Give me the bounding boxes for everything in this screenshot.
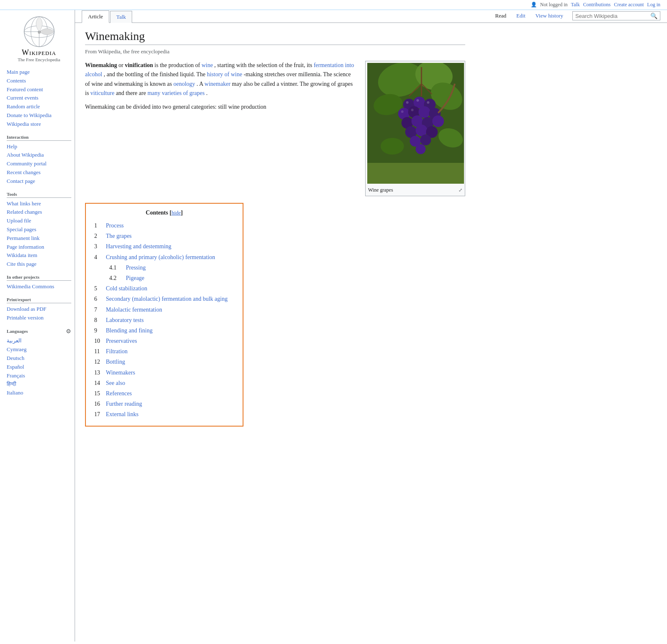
sidebar-lang-francais[interactable]: Français xyxy=(7,372,71,380)
wikipedia-globe-icon: Ω xyxy=(23,15,56,48)
tab-article[interactable]: Article xyxy=(82,10,109,23)
sidebar-item-contact[interactable]: Contact page xyxy=(7,177,71,186)
sidebar-item-page-info[interactable]: Page information xyxy=(7,243,71,252)
toc-link[interactable]: 4.1Pressing xyxy=(109,265,145,271)
svg-point-19 xyxy=(419,106,430,118)
toc-link[interactable]: 5Cold stabilization xyxy=(94,285,147,292)
toc-link[interactable]: 1Process xyxy=(94,222,124,229)
varieties-link[interactable]: many varieties of grapes xyxy=(148,90,205,96)
toc-link[interactable]: 12Bottling xyxy=(94,359,125,365)
languages-gear-icon[interactable]: ⚙ xyxy=(66,328,71,335)
viticulture-link[interactable]: viticulture xyxy=(90,90,115,96)
sidebar-lang-hindi[interactable]: हिन्दी xyxy=(7,380,71,389)
sidebar-item-pdf[interactable]: Download as PDF xyxy=(7,305,71,314)
oenology-link[interactable]: oenology xyxy=(173,81,195,87)
toc-item: 4Crushing and primary (alcoholic) fermen… xyxy=(94,252,234,262)
wine-grapes-image xyxy=(367,63,464,184)
winemaker-link[interactable]: winemaker xyxy=(205,81,231,87)
sidebar-item-what-links[interactable]: What links here xyxy=(7,200,71,208)
svg-point-29 xyxy=(420,135,431,145)
toc-link[interactable]: 3Harvesting and destemming xyxy=(94,243,171,250)
article-body: Winemaking or vinification is the produc… xyxy=(85,61,465,196)
tab-talk[interactable]: Talk xyxy=(110,11,132,23)
history-link[interactable]: history of wine xyxy=(207,71,242,77)
tab-view-history[interactable]: View history xyxy=(531,11,567,21)
contributions-link[interactable]: Contributions xyxy=(583,2,611,8)
sidebar-item-permanent[interactable]: Permanent link xyxy=(7,234,71,243)
tab-edit[interactable]: Edit xyxy=(512,11,530,21)
toc-link[interactable]: 13Winemakers xyxy=(94,369,135,376)
sidebar-item-special[interactable]: Special pages xyxy=(7,225,71,234)
wiki-subtitle: The Free Encyclopedia xyxy=(7,57,71,62)
sidebar-interaction: Interaction Help About Wikipedia Communi… xyxy=(7,135,71,186)
sidebar-languages: Languages ⚙ العربية Cymraeg Deutsch Espa… xyxy=(7,328,71,397)
toc-link[interactable]: 8Laboratory tests xyxy=(94,317,144,323)
toc-item: 8Laboratory tests xyxy=(94,315,234,325)
tab-read[interactable]: Read xyxy=(491,11,511,21)
sidebar-item-community[interactable]: Community portal xyxy=(7,160,71,168)
toc-link[interactable]: 4.2Pigeage xyxy=(109,275,144,281)
sidebar-lang-cymraeg[interactable]: Cymraeg xyxy=(7,345,71,354)
sidebar-tools: Tools What links here Related changes Up… xyxy=(7,192,71,269)
toc-link[interactable]: 6Secondary (malolactic) fermentation and… xyxy=(94,296,228,302)
period: . xyxy=(206,90,208,96)
toc-link[interactable]: 9Blending and fining xyxy=(94,327,153,334)
vinification-bold: vinification xyxy=(125,62,153,68)
layout: Ω Wikipedia The Free Encyclopedia Main p… xyxy=(0,10,667,642)
toc-list: 1Process2The grapes3Harvesting and deste… xyxy=(94,220,234,420)
toc-num: 2 xyxy=(94,231,106,241)
sidebar-item-upload[interactable]: Upload file xyxy=(7,217,71,225)
svg-point-35 xyxy=(411,109,414,111)
log-in-link[interactable]: Log in xyxy=(647,2,660,8)
toc-num: 4.1 xyxy=(109,262,126,273)
and-bottling: , and the bottling of the finished liqui… xyxy=(104,71,207,77)
article-subtitle: From Wikipedia, the free encyclopedia xyxy=(85,48,465,55)
sidebar-item-wikimedia[interactable]: Wikimedia Commons xyxy=(7,282,71,291)
toc-num: 14 xyxy=(94,378,106,388)
toc-link[interactable]: 17External links xyxy=(94,411,138,417)
toc-link[interactable]: 11Filtration xyxy=(94,348,128,354)
toc-link[interactable]: 10Preservatives xyxy=(94,338,137,344)
sidebar-lang-espanol[interactable]: Español xyxy=(7,363,71,372)
toc-link[interactable]: 16Further reading xyxy=(94,401,142,407)
talk-link[interactable]: Talk xyxy=(571,2,580,8)
toc-num: 3 xyxy=(94,241,106,252)
sidebar-item-donate[interactable]: Donate to Wikipedia xyxy=(7,111,71,120)
not-logged-in-label: Not logged in xyxy=(540,2,568,8)
sidebar-item-recent[interactable]: Recent changes xyxy=(7,168,71,177)
sidebar-item-cite[interactable]: Cite this page xyxy=(7,260,71,269)
sidebar-print: Print/export Download as PDF Printable v… xyxy=(7,297,71,322)
other-projects-header: In other projects xyxy=(7,275,71,281)
sidebar-item-help[interactable]: Help xyxy=(7,142,71,151)
sidebar-item-related-changes[interactable]: Related changes xyxy=(7,208,71,217)
search-button[interactable]: 🔍 xyxy=(650,12,657,19)
toc-item: 4.1Pressing xyxy=(94,262,234,273)
sidebar-item-about[interactable]: About Wikipedia xyxy=(7,151,71,160)
sidebar-item-store[interactable]: Wikipedia store xyxy=(7,120,71,129)
toc: Contents [hide] 1Process2The grapes3Harv… xyxy=(85,203,243,427)
sidebar-lang-arabic[interactable]: العربية xyxy=(7,337,71,345)
toc-num: 4 xyxy=(94,252,106,262)
toc-num: 6 xyxy=(94,294,106,304)
sidebar-item-featured[interactable]: Featured content xyxy=(7,85,71,94)
sidebar-lang-deutsch[interactable]: Deutsch xyxy=(7,354,71,363)
svg-point-37 xyxy=(381,138,404,155)
sidebar-item-current-events[interactable]: Current events xyxy=(7,94,71,102)
create-account-link[interactable]: Create account xyxy=(614,2,644,8)
toc-link[interactable]: 14See also xyxy=(94,380,125,386)
sidebar-lang-italiano[interactable]: Italiano xyxy=(7,389,71,397)
wine-link[interactable]: wine xyxy=(201,62,213,68)
toc-link[interactable]: 2The grapes xyxy=(94,233,132,239)
sidebar-item-wikidata[interactable]: Wikidata item xyxy=(7,251,71,260)
sidebar-item-printable[interactable]: Printable version xyxy=(7,314,71,322)
search-input[interactable] xyxy=(575,13,650,19)
toc-link[interactable]: 4Crushing and primary (alcoholic) fermen… xyxy=(94,254,215,260)
toc-item: 11Filtration xyxy=(94,346,234,357)
toc-link[interactable]: 15References xyxy=(94,390,132,397)
sidebar-item-main-page[interactable]: Main page xyxy=(7,68,71,77)
toc-link[interactable]: 7Malolactic fermentation xyxy=(94,307,162,313)
sidebar-item-random[interactable]: Random article xyxy=(7,102,71,111)
sidebar-item-contents[interactable]: Contents xyxy=(7,77,71,85)
toc-hide-link[interactable]: hide xyxy=(171,210,181,216)
expand-icon[interactable]: ⤢ xyxy=(459,187,462,193)
